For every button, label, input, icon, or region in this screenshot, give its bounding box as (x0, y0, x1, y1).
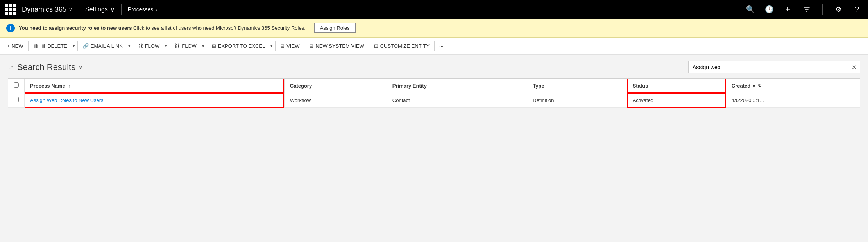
brand-label: Dynamics 365 (22, 5, 66, 14)
process-name-link[interactable]: Assign Web Roles to New Users (30, 97, 104, 103)
flow1-icon: ⛓ (138, 43, 143, 49)
flow1-dropdown[interactable]: ▾ (163, 43, 169, 48)
filter-button[interactable] (800, 3, 813, 16)
results-title-text: Search Results (17, 62, 75, 72)
table-container: Process Name ↑ Category Primary Entity T… (8, 78, 860, 108)
td-primary-entity: Contact (387, 93, 527, 108)
th-created-icons: ▼ ↻ (752, 83, 761, 88)
view-icon: ⊟ (280, 43, 285, 49)
toolbar-sep-1 (28, 41, 29, 51)
toolbar-sep-6 (275, 41, 276, 51)
td-status: Activated (627, 93, 726, 108)
system-view-icon: ⊞ (309, 43, 313, 49)
assign-roles-button[interactable]: Assign Roles (314, 23, 356, 33)
toolbar: + NEW 🗑 🗑 DELETE ▾ 🔗 EMAIL A LINK ▾ ⛓ FL… (0, 38, 868, 55)
toolbar-group-flow1: ⛓ FLOW ▾ (134, 41, 171, 51)
toolbar-group-customize: ⊡ CUSTOMIZE ENTITY (370, 41, 435, 51)
th-primary-entity-label: Primary Entity (392, 83, 427, 89)
th-process-name-label: Process Name (30, 83, 65, 89)
nav-divider-1 (79, 4, 79, 15)
gear-button[interactable]: ⚙ (832, 3, 845, 16)
toolbar-sep-2 (77, 41, 78, 51)
customize-entity-button[interactable]: ⊡ CUSTOMIZE ENTITY (370, 43, 433, 49)
td-category: Workflow (284, 93, 387, 108)
notification-banner: i You need to assign security roles to n… (0, 19, 868, 38)
email-link-button[interactable]: 🔗 EMAIL A LINK (79, 43, 127, 49)
th-primary-entity: Primary Entity (387, 79, 527, 93)
th-status: Status (627, 79, 726, 93)
flow2-icon: ⛓ (175, 43, 180, 49)
more-button[interactable]: ··· (435, 38, 447, 54)
delete-dropdown[interactable]: ▾ (71, 43, 77, 48)
breadcrumb: Processes › (128, 6, 157, 13)
toolbar-sep-9 (434, 41, 435, 51)
history-button[interactable]: 🕐 (763, 3, 775, 16)
breadcrumb-sep: › (156, 6, 157, 13)
toolbar-group-email: 🔗 EMAIL A LINK ▾ (79, 41, 134, 51)
delete-button[interactable]: 🗑 🗑 DELETE (29, 43, 71, 49)
search-box-group: ✕ (688, 61, 860, 73)
top-navigation: Dynamics 365 ∨ Settings ∨ Processes › 🔍 … (0, 0, 868, 19)
settings-nav[interactable]: Settings ∨ (85, 6, 115, 13)
refresh-icon[interactable]: ↻ (758, 83, 761, 88)
new-system-view-button[interactable]: ⊞ NEW SYSTEM VIEW (305, 43, 368, 49)
toolbar-group-export: ⊞ EXPORT TO EXCEL ▾ (208, 41, 276, 51)
th-created: Created ▼ ↻ (726, 79, 860, 93)
settings-chevron: ∨ (110, 6, 115, 13)
results-header: → Search Results ∨ ✕ (8, 61, 860, 73)
toolbar-sep-3 (133, 41, 133, 51)
pin-icon: → (6, 63, 16, 72)
banner-bold-text: You need to assign security roles to new… (19, 25, 132, 31)
results-chevron-icon[interactable]: ∨ (79, 64, 82, 70)
export-dropdown[interactable]: ▾ (269, 43, 274, 48)
th-type-label: Type (533, 83, 544, 89)
banner-message: You need to assign security roles to new… (19, 25, 306, 31)
breadcrumb-processes[interactable]: Processes (128, 6, 153, 13)
processes-table: Process Name ↑ Category Primary Entity T… (8, 79, 860, 108)
info-icon: i (6, 24, 15, 32)
row-checkbox[interactable] (14, 97, 19, 102)
toolbar-sep-4 (170, 41, 170, 51)
toolbar-group-new: + NEW (3, 41, 29, 51)
th-type: Type (527, 79, 627, 93)
toolbar-group-new-system-view: ⊞ NEW SYSTEM VIEW (305, 41, 370, 51)
flow1-button[interactable]: ⛓ FLOW (134, 43, 164, 49)
th-created-label: Created (732, 83, 750, 89)
brand-chevron: ∨ (69, 7, 72, 12)
search-input[interactable] (689, 61, 848, 73)
nav-divider-3 (822, 4, 823, 15)
th-category-label: Category (290, 83, 312, 89)
delete-icon: 🗑 (33, 43, 38, 49)
nav-right-icons: 🔍 🕐 + ⚙ ? (744, 3, 863, 16)
select-all-checkbox[interactable] (14, 82, 19, 88)
export-button[interactable]: ⊞ EXPORT TO EXCEL (208, 43, 269, 49)
help-button[interactable]: ? (851, 3, 863, 16)
nav-divider-2 (121, 4, 122, 15)
table-header-row: Process Name ↑ Category Primary Entity T… (8, 79, 860, 93)
flow2-button[interactable]: ⛓ FLOW (171, 43, 200, 49)
toolbar-sep-7 (304, 41, 304, 51)
flow2-dropdown[interactable]: ▾ (200, 43, 206, 48)
results-title-group: → Search Results ∨ (8, 62, 82, 72)
th-process-name[interactable]: Process Name ↑ (25, 79, 285, 93)
settings-label: Settings (85, 6, 108, 13)
toolbar-group-view: ⊟ VIEW (276, 41, 305, 51)
table-row: Assign Web Roles to New Users Workflow C… (8, 93, 860, 108)
th-status-label: Status (633, 83, 648, 89)
td-created: 4/6/2020 6:1... (726, 93, 860, 108)
filter-icon[interactable]: ▼ (752, 84, 756, 88)
th-checkbox (8, 79, 25, 93)
search-button[interactable]: 🔍 (744, 3, 757, 16)
add-button[interactable]: + (782, 3, 794, 16)
brand-title[interactable]: Dynamics 365 ∨ (22, 5, 72, 14)
link-icon: 🔗 (82, 43, 89, 49)
new-button[interactable]: + NEW (3, 43, 27, 49)
waffle-menu[interactable] (5, 4, 16, 15)
clear-search-button[interactable]: ✕ (848, 64, 860, 71)
toolbar-sep-8 (369, 41, 369, 51)
th-category: Category (284, 79, 387, 93)
view-button[interactable]: ⊟ VIEW (276, 43, 303, 49)
email-dropdown[interactable]: ▾ (127, 43, 132, 48)
customize-icon: ⊡ (374, 43, 378, 49)
sort-asc-icon[interactable]: ↑ (68, 84, 70, 88)
